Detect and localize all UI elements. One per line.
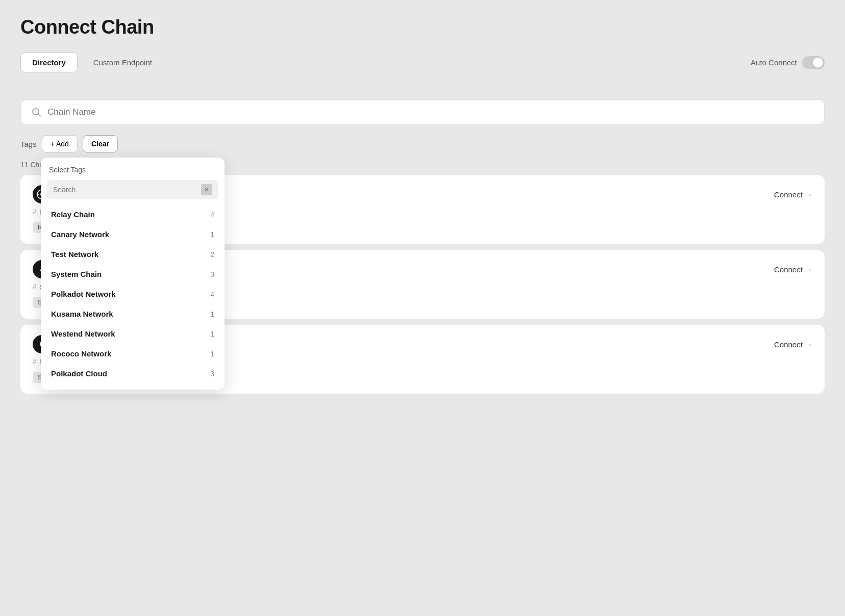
dropdown-item-label: Relay Chain [51,210,95,219]
dropdown-item-count: 1 [210,230,214,239]
dropdown-item-label: Polkadot Cloud [51,369,107,378]
add-tag-button[interactable]: + Add [42,135,78,152]
clear-tags-button[interactable]: Clear [83,135,118,152]
connect-button[interactable]: Connect → [774,265,812,274]
tags-dropdown: Select Tags ✕ Relay Chain 4 Canary Netwo… [41,158,225,390]
dropdown-item[interactable]: Polkadot Cloud 3 [41,364,225,383]
dropdown-search-row: ✕ [47,180,218,199]
dropdown-item[interactable]: Westend Network 1 [41,324,225,344]
dropdown-item-label: Canary Network [51,230,109,239]
dropdown-search-input[interactable] [53,186,197,194]
hash-icon: # [33,357,36,365]
dropdown-item-count: 2 [210,250,214,259]
dropdown-item-count: 3 [210,270,214,278]
dropdown-item-label: Polkadot Network [51,290,116,298]
search-icon [31,107,41,117]
dropdown-item-count: 1 [210,350,214,358]
dropdown-item-count: 4 [210,290,214,298]
chain-search-box [20,99,825,125]
page-title: Connect Chain [20,16,825,38]
chain-name-input[interactable] [47,107,814,117]
svg-line-1 [38,114,41,117]
dropdown-item-count: 3 [210,370,214,378]
dropdown-item-label: Test Network [51,250,98,259]
dropdown-item-count: 1 [210,310,214,318]
auto-connect-toggle[interactable] [802,56,825,69]
dropdown-item-count: 4 [210,211,214,219]
connect-button[interactable]: Connect → [774,340,812,349]
hash-icon: # [33,208,36,215]
dropdown-item[interactable]: Canary Network 1 [41,224,225,244]
dropdown-item-label: Kusama Network [51,310,113,318]
tab-directory[interactable]: Directory [20,53,78,72]
dropdown-item[interactable]: System Chain 3 [41,264,225,284]
dropdown-item[interactable]: Kusama Network 1 [41,304,225,324]
tags-row: Tags + Add Clear Select Tags ✕ Relay Cha… [20,135,825,152]
tags-label: Tags [20,140,37,148]
dropdown-item-label: Westend Network [51,329,115,338]
auto-connect-row: Auto Connect [751,56,825,69]
dropdown-item-label: System Chain [51,270,102,278]
dropdown-search-clear[interactable]: ✕ [201,184,212,195]
dropdown-item[interactable]: Polkadot Network 4 [41,284,225,304]
hash-icon: # [33,283,36,290]
dropdown-item-label: Rococo Network [51,349,111,358]
tab-custom-endpoint[interactable]: Custom Endpoint [82,53,164,72]
dropdown-item[interactable]: Relay Chain 4 [41,204,225,224]
connect-button[interactable]: Connect → [774,190,812,199]
tab-bar: Directory Custom Endpoint Auto Connect [20,53,825,72]
header-divider [20,87,825,87]
dropdown-item-count: 1 [210,330,214,338]
dropdown-title: Select Tags [41,166,225,180]
auto-connect-label: Auto Connect [751,58,797,67]
dropdown-item[interactable]: Test Network 2 [41,244,225,264]
dropdown-item[interactable]: Rococo Network 1 [41,344,225,364]
dropdown-items-list: Relay Chain 4 Canary Network 1 Test Netw… [41,204,225,383]
